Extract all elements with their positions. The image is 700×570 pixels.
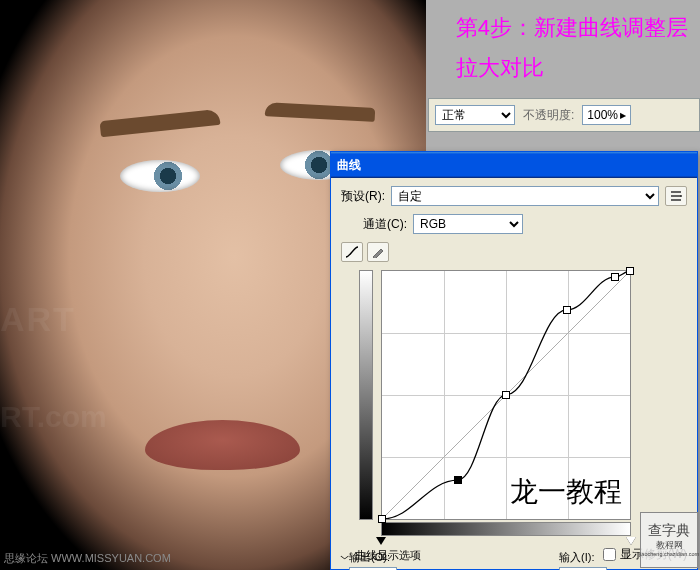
face-feature bbox=[120, 160, 200, 192]
input-gradient bbox=[381, 522, 631, 536]
tutorial-annotation: 第4步：新建曲线调整层 拉大对比 bbox=[456, 8, 688, 87]
white-point-slider[interactable] bbox=[626, 537, 636, 545]
preset-menu-button[interactable] bbox=[665, 186, 687, 206]
curve-point[interactable] bbox=[626, 267, 634, 275]
curves-dialog: 曲线 预设(R): 自定 通道(C): RGB bbox=[330, 151, 698, 570]
curve-tool-button[interactable] bbox=[341, 242, 363, 262]
channel-label: 通道(C): bbox=[363, 216, 407, 233]
preset-label: 预设(R): bbox=[341, 188, 385, 205]
curve-point[interactable] bbox=[611, 273, 619, 281]
blend-mode-select[interactable]: 正常 bbox=[435, 105, 515, 125]
checkbox-input[interactable] bbox=[603, 548, 616, 561]
site-watermark: 查字典 教程网 jiaocheng.chazidian.com bbox=[640, 512, 698, 568]
watermark-art: ART bbox=[0, 300, 76, 339]
dialog-titlebar[interactable]: 曲线 bbox=[331, 152, 697, 178]
output-gradient bbox=[359, 270, 373, 520]
preset-select[interactable]: 自定 bbox=[391, 186, 659, 206]
curve-icon bbox=[345, 246, 359, 258]
display-options-toggle[interactable]: ⌵ 曲线显示选项 bbox=[341, 548, 421, 563]
annotation-line: 第4步：新建曲线调整层 bbox=[456, 8, 688, 48]
face-feature bbox=[145, 420, 300, 470]
layers-panel: 正常 不透明度: 100%▶ bbox=[428, 98, 700, 132]
wm-title: 查字典 bbox=[648, 521, 690, 539]
chevron-right-icon: ⌵ bbox=[340, 549, 350, 562]
curves-graph[interactable]: 龙一教程 bbox=[381, 270, 631, 520]
pencil-tool-button[interactable] bbox=[367, 242, 389, 262]
watermark-art-domain: RT.com bbox=[0, 400, 107, 434]
face-feature bbox=[99, 109, 220, 137]
dialog-title: 曲线 bbox=[337, 157, 361, 174]
channel-select[interactable]: RGB bbox=[413, 214, 523, 234]
face-feature bbox=[265, 102, 376, 122]
curve-point[interactable] bbox=[454, 476, 462, 484]
black-point-slider[interactable] bbox=[376, 537, 386, 545]
svg-point-0 bbox=[680, 195, 682, 197]
curve-point[interactable] bbox=[502, 391, 510, 399]
watermark-footer: 思缘论坛 WWW.MISSYUAN.COM bbox=[4, 551, 171, 566]
curve-point[interactable] bbox=[378, 515, 386, 523]
annotation-line: 拉大对比 bbox=[456, 48, 688, 88]
curves-graph-area: 龙一教程 输出(O): 输入(I): bbox=[381, 270, 687, 536]
wm-sub: 教程网 bbox=[656, 540, 683, 552]
graph-watermark: 龙一教程 bbox=[510, 473, 622, 511]
pencil-icon bbox=[372, 246, 384, 258]
opacity-label: 不透明度: bbox=[523, 107, 574, 124]
menu-icon bbox=[670, 191, 682, 201]
opacity-value[interactable]: 100%▶ bbox=[582, 105, 631, 125]
curve-point[interactable] bbox=[563, 306, 571, 314]
wm-domain: jiaocheng.chazidian.com bbox=[639, 551, 699, 558]
